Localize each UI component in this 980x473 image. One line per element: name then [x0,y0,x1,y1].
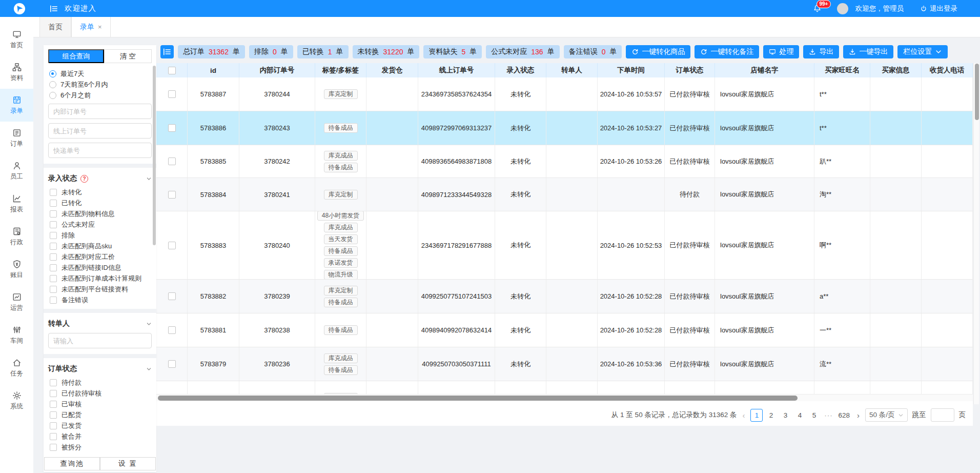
filter-checkbox[interactable]: 已转化 [48,198,152,208]
transfer-section-header[interactable]: 转单人 [48,317,152,331]
page-button-5[interactable]: 5 [808,409,820,422]
action-button-一键导出[interactable]: 一键导出 [843,45,893,58]
transfer-person-input[interactable] [48,333,152,348]
page-button-1[interactable]: 1 [750,409,763,422]
filter-checkbox[interactable]: 公式未对应 [48,219,152,230]
sidebar-item-行政[interactable]: 行政 [0,220,33,253]
action-button-栏位设置[interactable]: 栏位设置 [897,45,948,58]
table-row[interactable]: 57838823780239库克定制待备成品409925077510724150… [156,280,973,313]
filter-checkbox[interactable]: 未匹配到对应工价 [48,251,152,262]
action-button-一键转化商品[interactable]: 一键转化商品 [626,45,690,58]
filter-checkbox[interactable]: 已配货 [48,409,152,420]
combined-search-button[interactable]: 组合查询 [48,49,104,63]
filter-input-内部订单号[interactable] [48,104,152,119]
page-size-select[interactable]: 50 条/页 [865,408,908,422]
stat-badge[interactable]: 未转换 31220 单 [353,45,420,58]
stat-badge[interactable]: 总订单 31362 单 [178,45,245,58]
sidebar-item-任务[interactable]: 任务 [0,351,33,384]
table-row[interactable]: 57838843780241库克定制4098971233344549328未转化… [156,178,973,211]
action-button-一键转化备注[interactable]: 一键转化备注 [695,45,759,58]
date-range-radio[interactable]: 6个月之前 [49,90,152,101]
stat-badge[interactable]: 公式未对应 136 单 [486,45,559,58]
filter-checkbox[interactable]: 待付款 [48,377,152,388]
filter-checkbox[interactable]: 已审核 [48,399,152,409]
sidebar-item-运营[interactable]: 运营 [0,286,33,319]
row-checkbox[interactable] [168,157,176,165]
entry-status-section-header[interactable]: 录入状态 ? [48,171,152,186]
tab-home[interactable]: 首页 [39,17,71,37]
date-range-radio[interactable]: 最近7天 [49,68,152,79]
filter-checkbox[interactable]: 备注错误 [48,294,152,305]
sidebar-item-员工[interactable]: 员工 [0,154,33,187]
filter-checkbox[interactable]: 未匹配到链接ID信息 [48,262,152,273]
filter-scrollbar[interactable] [153,66,156,245]
help-question-icon[interactable]: ? [80,175,88,183]
filter-checkbox[interactable]: 未匹配到订单成本计算规则 [48,273,152,284]
logout-button[interactable]: 退出登录 [920,4,957,13]
filter-input-线上订单号[interactable] [48,123,152,139]
row-checkbox[interactable] [168,242,176,249]
filter-checkbox[interactable]: 已发货 [48,420,152,431]
clear-button[interactable]: 清 空 [104,49,152,63]
tab-close-icon[interactable]: × [98,23,102,31]
page-button-4[interactable]: 4 [793,409,806,422]
user-avatar[interactable] [837,3,848,14]
table-row[interactable]: 57838783780235库克成品4099250731873190411未转化… [156,381,973,394]
menu-fold-icon[interactable] [49,4,58,13]
logout-label: 退出登录 [930,4,957,13]
prev-page-button[interactable]: ‹ [741,411,746,420]
filter-checkbox[interactable]: 未转化 [48,187,152,198]
row-checkbox[interactable] [168,292,176,300]
stat-badge[interactable]: 排除 0 单 [249,45,293,58]
stat-badge[interactable]: 资料缺失 5 单 [423,45,482,58]
action-button-导出[interactable]: 导出 [803,45,839,58]
table-row[interactable]: 57838853780242库克成品待备成品409893656498387180… [156,145,973,178]
notification-bell-icon[interactable]: 99+ [813,4,822,13]
checkbox-icon [50,253,57,261]
query-pool-button[interactable]: 查询池 [44,457,100,470]
jump-page-input[interactable] [931,408,954,422]
action-button-处理[interactable]: 处理 [763,45,799,58]
table-row[interactable]: 57838863780243待备成品4098972997069313237未转化… [156,111,973,145]
page-button-2[interactable]: 2 [765,409,777,422]
sidebar-item-账目[interactable]: 账目 [0,253,33,286]
batch-list-button[interactable] [160,45,174,58]
filter-checkbox[interactable]: 被拆分 [48,442,152,452]
select-all-checkbox[interactable] [168,67,176,74]
row-checkbox[interactable] [168,90,176,98]
filter-checkbox[interactable]: 被合并 [48,431,152,442]
table-row[interactable]: 57838793780236库克成品待备成品409925070305037111… [156,347,973,381]
settings-button[interactable]: 设 置 [100,457,156,470]
row-checkbox[interactable] [168,191,176,199]
tab-order-entry[interactable]: 录单 × [71,17,111,37]
sidebar-item-录单[interactable]: 录单 [0,89,33,122]
date-range-radio[interactable]: 7天前至6个月内 [49,79,152,90]
filter-checkbox[interactable]: 未匹配到物料信息 [48,208,152,219]
next-page-button[interactable]: › [856,411,861,420]
stat-badge[interactable]: 备注错误 0 单 [564,45,622,58]
sidebar-item-车间[interactable]: 车间 [0,319,33,351]
filter-checkbox[interactable]: 已付款待审核 [48,388,152,399]
vertical-scrollbar-thumb[interactable] [975,64,979,120]
row-checkbox[interactable] [168,326,176,334]
sidebar-item-首页[interactable]: 首页 [0,23,33,56]
cell-online-order-no: 4099250775107241503 [418,280,495,313]
filter-checkbox[interactable]: 排除 [48,230,152,241]
page-button-628[interactable]: 628 [836,409,851,422]
row-checkbox[interactable] [168,124,176,132]
table-row[interactable]: 5783883378024048小时需发货库克成品当天发货待备成品承诺发货物流升… [156,211,973,280]
page-button-3[interactable]: 3 [779,409,791,422]
filter-checkbox[interactable]: 未匹配到平台链接资料 [48,284,152,294]
filter-checkbox[interactable]: 未匹配到商品sku [48,241,152,251]
sidebar-item-订单[interactable]: 订单 [0,122,33,154]
sidebar-item-资料[interactable]: 资料 [0,56,33,89]
order-status-section-header[interactable]: 订单状态 [48,362,152,376]
stat-badge[interactable]: 已转换 1 单 [297,45,349,58]
table-row[interactable]: 57838813780238待备成品4098940992078632414未转化… [156,313,973,347]
sidebar-item-系统[interactable]: 系统 [0,384,33,417]
row-checkbox[interactable] [168,360,176,368]
sidebar-item-报表[interactable]: 报表 [0,187,33,220]
horizontal-scrollbar-thumb[interactable] [158,396,798,401]
filter-input-快递单号[interactable] [48,143,152,158]
table-row[interactable]: 57838873780244库克定制2343697358537624354未转化… [156,77,973,111]
